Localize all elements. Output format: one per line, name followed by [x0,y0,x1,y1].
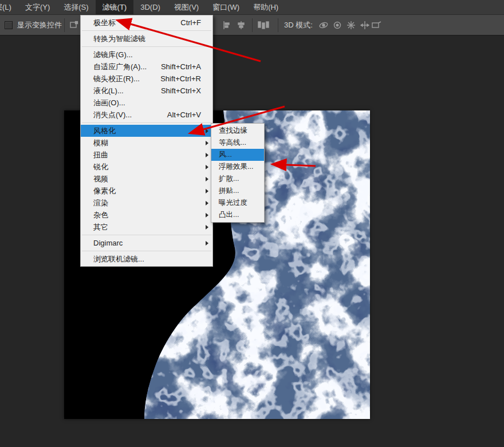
menu-separator [82,122,211,123]
menu-item-label: 拼贴... [219,185,239,197]
menu-item-shortcut: Alt+Ctrl+V [167,109,201,121]
options-bar: 显示变换控件 3D 模式: [0,15,504,35]
menu-item-render[interactable]: 渲染 [81,197,212,209]
submenu-item-wind[interactable]: 风... [211,149,264,161]
menu-item-pixelate[interactable]: 像素化 [81,185,212,197]
menu-view[interactable]: 视图(V) [167,0,206,14]
menu-item-label: 浏览联机滤镜... [93,253,144,265]
menu-item-label: 浮雕效果... [219,161,253,173]
menu-bar: 图层(L) 文字(Y) 选择(S) 滤镜(T) 3D(D) 视图(V) 窗口(W… [0,0,504,15]
menu-item-distort[interactable]: 扭曲 [81,149,212,161]
distribute-center-icon[interactable] [235,18,247,32]
stylize-submenu: 查找边缘 等高线... 风... 浮雕效果... 扩散... 拼贴... 曝光过… [211,123,265,223]
menu-window[interactable]: 窗口(W) [206,0,246,14]
menu-item-label: 杂色 [93,209,108,221]
menu-item-label: 渲染 [93,197,108,209]
menu-item-label: 消失点(V)... [93,109,132,121]
menu-item-label: 曝光过度 [219,197,247,209]
menu-item-label: 视频 [93,173,108,185]
menu-item-noise[interactable]: 杂色 [81,209,212,221]
menu-item-liquify[interactable]: 液化(L)... Shift+Ctrl+X [81,85,212,97]
photoshop-window: { "menubar": { "items": [ {"label": "图层(… [0,0,504,447]
menu-item-label: 扩散... [219,173,239,185]
submenu-item-diffuse[interactable]: 扩散... [211,173,264,185]
menu-item-label: 扭曲 [93,149,108,161]
menu-select[interactable]: 选择(S) [57,0,95,14]
slide-3d-icon[interactable] [359,18,371,32]
menu-item-shortcut: Shift+Ctrl+A [161,61,201,73]
roll-3d-icon[interactable] [331,18,344,32]
menu-separator [82,251,211,251]
submenu-item-solarize[interactable]: 曝光过度 [211,197,264,209]
menu-item-label: 自适应广角(A)... [93,61,147,73]
menu-item-label: 等高线... [219,137,246,149]
toolbar-separator [64,18,65,32]
menu-separator [82,46,211,47]
menu-item-browse-filters-online[interactable]: 浏览联机滤镜... [81,253,212,265]
orbit-3d-icon[interactable] [317,18,330,32]
menu-item-vanishing-point[interactable]: 消失点(V)... Alt+Ctrl+V [81,109,212,121]
show-transform-label: 显示变换控件 [17,20,62,30]
submenu-item-trace-contour[interactable]: 等高线... [211,137,264,149]
menu-item-digimarc[interactable]: Digimarc [81,237,212,249]
menu-item-lens-correction[interactable]: 镜头校正(R)... Shift+Ctrl+R [81,73,212,85]
menu-item-label: 转换为智能滤镜 [93,33,145,45]
distribute-left-icon[interactable] [220,18,233,32]
toolbar-separator [252,18,253,32]
3d-mode-label: 3D 模式: [284,20,313,30]
menu-item-sharpen[interactable]: 锐化 [81,161,212,173]
menu-item-label: 液化(L)... [93,85,124,97]
menu-item-label: 模糊 [93,137,108,149]
menu-item-shortcut: Shift+Ctrl+R [160,73,201,85]
menu-layer[interactable]: 图层(L) [0,0,18,14]
menu-item-label: 锐化 [93,161,108,173]
submenu-item-emboss[interactable]: 浮雕效果... [211,161,264,173]
menu-item-label: 凸出... [219,209,239,221]
menu-filter[interactable]: 滤镜(T) [96,0,134,14]
menu-help[interactable]: 帮助(H) [246,0,285,14]
menu-item-label: 镜头校正(R)... [93,73,140,85]
transform-controls-icon[interactable] [68,18,80,32]
menu-item-label: Digimarc [93,237,123,249]
submenu-item-tiles[interactable]: 拼贴... [211,185,264,197]
menu-item-label: 风格化 [93,125,116,137]
distribute-columns-icon[interactable] [256,18,271,32]
menu-item-label: 风... [219,149,232,161]
menu-item-stylize[interactable]: 风格化 [81,125,212,137]
menu-item-oil-paint[interactable]: 油画(O)... [81,97,212,109]
menu-separator [82,235,211,235]
menu-item-label: 滤镜库(G)... [93,49,133,61]
menu-item-video[interactable]: 视频 [81,173,212,185]
menu-item-shortcut: Ctrl+F [180,17,201,29]
show-transform-checkbox[interactable] [5,21,13,29]
menu-item-smart-filter[interactable]: 转换为智能滤镜 [81,33,212,45]
menu-item-label: 查找边缘 [219,125,247,137]
toolbar-separator [278,18,278,32]
filter-dropdown-menu: 极坐标 Ctrl+F 转换为智能滤镜 滤镜库(G)... 自适应广角(A)...… [80,15,213,267]
submenu-item-find-edges[interactable]: 查找边缘 [211,125,264,137]
menu-item-other[interactable]: 其它 [81,221,212,233]
menu-item-polar[interactable]: 极坐标 Ctrl+F [81,17,212,29]
menu-item-shortcut: Shift+Ctrl+X [161,85,201,97]
scale-3d-icon[interactable] [370,18,383,32]
menu-item-blur[interactable]: 模糊 [81,137,212,149]
submenu-item-extrude[interactable]: 凸出... [211,209,264,221]
menu-type[interactable]: 文字(Y) [18,0,57,14]
menu-item-label: 极坐标 [93,17,116,29]
pan-3d-icon[interactable] [345,18,357,32]
menu-item-label: 油画(O)... [93,97,125,109]
menu-3d[interactable]: 3D(D) [133,0,167,14]
menu-item-adaptive-wide-angle[interactable]: 自适应广角(A)... Shift+Ctrl+A [81,61,212,73]
menu-item-label: 像素化 [93,185,116,197]
menu-separator [82,30,211,31]
menu-item-label: 其它 [93,221,108,233]
menu-item-filter-gallery[interactable]: 滤镜库(G)... [81,49,212,61]
